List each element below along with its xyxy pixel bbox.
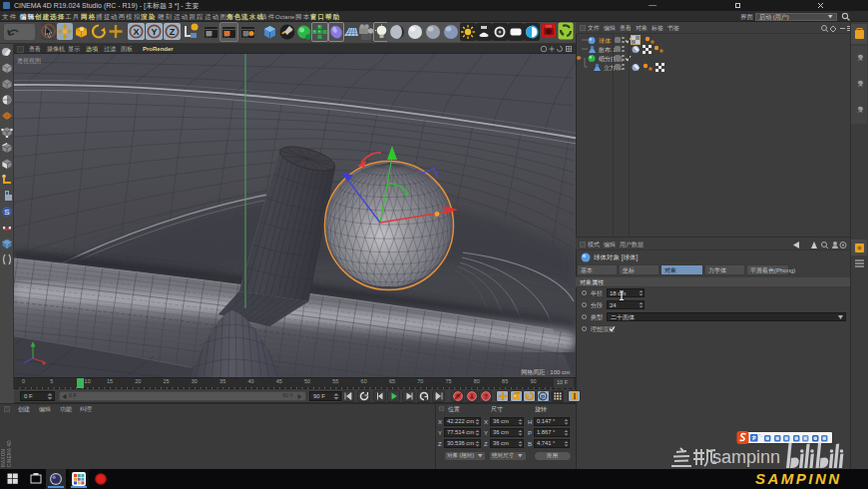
svg-text:Z: Z [170, 27, 176, 37]
svg-text:网格间距 : 100 cm: 网格间距 : 100 cm [521, 368, 570, 376]
svg-text:Y: Y [151, 27, 157, 37]
svg-text:S: S [4, 208, 9, 217]
svg-text:?: ? [484, 393, 488, 400]
svg-text:P: P [541, 394, 545, 400]
svg-text:X: X [133, 27, 139, 37]
